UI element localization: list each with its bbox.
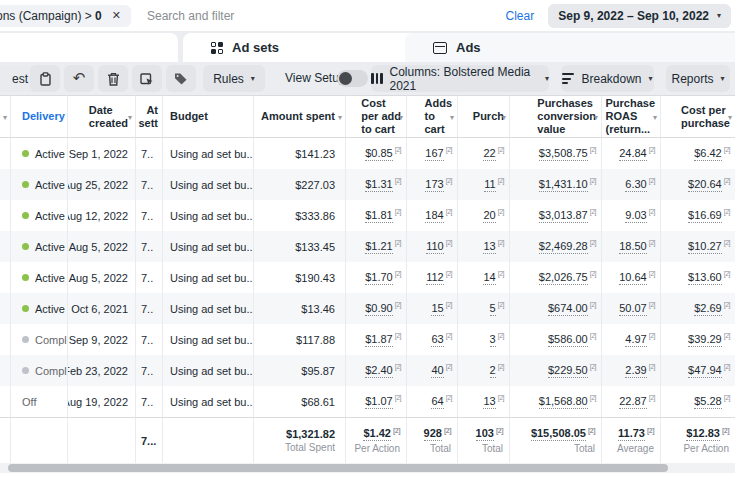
metric-value[interactable]: $0.85 [365, 147, 393, 161]
rules-button[interactable]: Rules ▾ [203, 65, 265, 92]
delete-button[interactable] [98, 65, 128, 92]
metric-value[interactable]: $2,026.75 [539, 271, 588, 285]
metric-value[interactable]: $1,431.10 [539, 178, 588, 192]
tag-button[interactable] [166, 65, 196, 92]
metric-value[interactable]: 6.30 [625, 178, 646, 192]
metric-value[interactable]: 13 [483, 395, 495, 409]
column-header-date-created[interactable]: Date created▾ [67, 95, 135, 138]
metric-value[interactable]: 3 [490, 333, 496, 347]
metric-value[interactable]: 11 [484, 178, 495, 192]
metric-value[interactable]: $6.42 [694, 147, 722, 161]
close-icon[interactable]: ✕ [112, 9, 121, 22]
undo-button[interactable]: ↶ [64, 65, 94, 92]
column-header-select[interactable]: ▾ [0, 95, 10, 138]
metric-value[interactable]: $13.60 [688, 271, 722, 285]
metric-value[interactable]: 4.97 [625, 333, 646, 347]
metric-value[interactable]: $20.64 [688, 178, 722, 192]
metric-value[interactable]: $1.81 [365, 209, 393, 223]
metric-value[interactable]: $1.87 [365, 333, 393, 347]
metric-value[interactable]: $674.00 [548, 302, 588, 316]
row-select-cell[interactable] [0, 262, 10, 293]
metric-value[interactable]: $39.29 [688, 333, 722, 347]
breakdown-button[interactable]: Breakdown ▾ [561, 65, 654, 92]
horizontal-scrollbar-thumb[interactable] [8, 464, 668, 472]
metric-value[interactable]: $2,469.28 [539, 240, 588, 254]
columns-button[interactable]: Columns: Bolstered Media 2021 ▾ [371, 65, 549, 92]
metric-value[interactable]: 63 [431, 333, 443, 347]
metric-value[interactable]: 14 [483, 271, 495, 285]
column-header-adds-to-cart[interactable]: Adds to cart▾ [406, 95, 457, 138]
metric-value[interactable]: 22 [483, 147, 495, 161]
metric-value[interactable]: $1.21 [365, 240, 393, 254]
campaigns-tab-clipped[interactable] [0, 33, 178, 62]
row-select-cell[interactable] [0, 386, 10, 417]
metric-value[interactable]: $1.70 [365, 271, 393, 285]
column-header-at-sett[interactable]: At sett [135, 95, 162, 138]
reports-button[interactable]: Reports ▾ [666, 65, 730, 92]
active-filter-chip[interactable]: ons (Campaign) > 0 ✕ [0, 5, 131, 27]
metric-value[interactable]: 173 [425, 178, 443, 192]
row-select-cell[interactable] [0, 200, 10, 231]
metric-value[interactable]: 5 [490, 302, 496, 316]
row-select-cell[interactable] [0, 324, 10, 355]
metric-value[interactable]: $586.00 [548, 333, 588, 347]
date-range-selector[interactable]: Sep 9, 2022 – Sep 10, 2022 ▾ [548, 4, 731, 28]
metric-value[interactable]: $47.94 [688, 364, 722, 378]
metric-value[interactable]: 110 [426, 240, 444, 254]
metric-value[interactable]: $15,508.05 [531, 427, 586, 441]
column-header-purchase-roas-return[interactable]: Purchase ROAS (return...▾ [601, 95, 660, 138]
metric-value[interactable]: 103 [476, 427, 494, 441]
edit-button[interactable] [132, 65, 162, 92]
metric-value[interactable]: $0.90 [365, 302, 393, 316]
metric-value[interactable]: 10.64 [619, 271, 647, 285]
metric-value[interactable]: 184 [425, 209, 443, 223]
metric-value[interactable]: $229.50 [548, 364, 588, 378]
metric-value[interactable]: 112 [426, 271, 444, 285]
metric-value[interactable]: $3,508.75 [539, 147, 588, 161]
metric-value[interactable]: 2 [490, 364, 496, 378]
metric-value[interactable]: 2.39 [625, 364, 646, 378]
metric-value[interactable]: $5.28 [694, 395, 722, 409]
column-header-budget[interactable]: Budget [162, 95, 253, 138]
metric-value[interactable]: 40 [431, 364, 443, 378]
tab-ad-sets[interactable]: Ad sets [183, 33, 428, 62]
metric-value[interactable]: $3,013.87 [539, 209, 588, 223]
row-select-cell[interactable] [0, 169, 10, 200]
duplicate-button[interactable] [30, 65, 60, 92]
metric-value[interactable]: $2.40 [365, 364, 393, 378]
view-setup-toggle[interactable] [337, 70, 368, 87]
metric-value[interactable]: $1.07 [365, 395, 393, 409]
column-header-cost-per-add-to-cart[interactable]: Cost per add to cart▾ [345, 95, 406, 138]
row-select-cell[interactable] [0, 138, 10, 169]
column-header-cost-per-purchase[interactable]: Cost per purchase▾ [660, 95, 735, 138]
metric-value[interactable]: 167 [425, 147, 443, 161]
row-select-cell[interactable] [0, 355, 10, 386]
metric-value[interactable]: 15 [431, 302, 443, 316]
metric-value[interactable]: 20 [483, 209, 495, 223]
metric-value[interactable]: 18.50 [619, 240, 647, 254]
column-header-purchases-conversion-value[interactable]: Purchases conversion value▾ [509, 95, 601, 138]
metric-value[interactable]: 11.73 [618, 427, 645, 441]
metric-value[interactable]: 13 [483, 240, 495, 254]
metric-value[interactable]: $1,568.80 [539, 395, 588, 409]
tab-ads[interactable]: Ads [405, 33, 735, 62]
metric-value[interactable]: $1.42 [363, 427, 391, 441]
metric-value[interactable]: $1.31 [365, 178, 393, 192]
search-input[interactable] [145, 8, 506, 24]
column-header-purch[interactable]: Purch▾ [457, 95, 509, 138]
row-select-cell[interactable] [0, 293, 10, 324]
metric-value[interactable]: 9.03 [625, 209, 646, 223]
clear-filters-button[interactable]: Clear [506, 9, 535, 23]
metric-value[interactable]: 64 [431, 395, 443, 409]
metric-value[interactable]: $12.83 [686, 427, 720, 441]
metric-value[interactable]: 22.87 [619, 395, 647, 409]
column-header-delivery[interactable]: Delivery↑ [10, 95, 67, 138]
metric-value[interactable]: $10.27 [688, 240, 722, 254]
row-select-cell[interactable] [0, 231, 10, 262]
metric-value[interactable]: $2.69 [694, 302, 722, 316]
metric-value[interactable]: 928 [424, 427, 442, 441]
metric-value[interactable]: $16.69 [688, 209, 722, 223]
metric-value[interactable]: 50.07 [619, 302, 647, 316]
column-header-amount-spent[interactable]: Amount spent▾ [253, 95, 345, 138]
metric-value[interactable]: 24.84 [619, 147, 647, 161]
